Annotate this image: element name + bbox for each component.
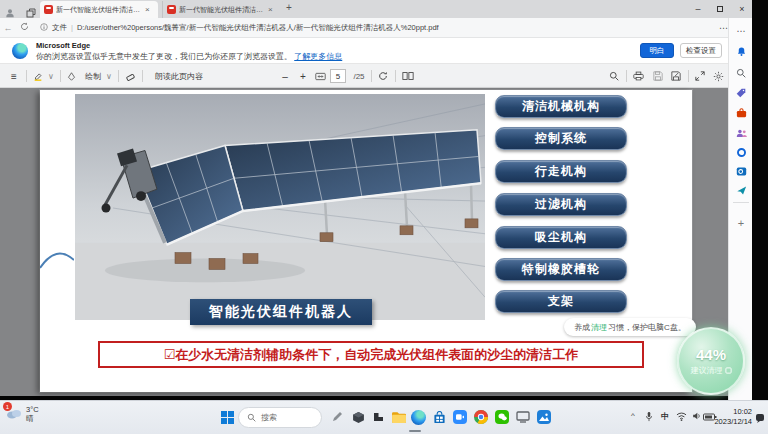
settings-gear-icon[interactable] <box>710 64 726 88</box>
print-icon[interactable] <box>630 64 646 88</box>
component-button: 过滤机构 <box>495 193 627 216</box>
pdf-file-icon <box>44 5 53 14</box>
browser-tab-bar: 新一代智能光伏组件清洁机器人 × 新一代智能光伏组件清洁机器人 × + – × <box>0 0 752 18</box>
sidebar-search-icon[interactable] <box>729 64 753 82</box>
eraser-icon[interactable] <box>122 64 138 88</box>
draw-caret-icon[interactable]: ∨ <box>104 64 114 88</box>
cleaner-action: 建议清理 <box>691 365 732 376</box>
docs-app-icon[interactable] <box>367 406 389 428</box>
outlook-icon[interactable] <box>729 162 753 180</box>
cube-app-icon[interactable] <box>347 406 369 428</box>
url-field[interactable]: 文件 | D:/user/other%20persons/魏菁宣/新一代智能光伏… <box>40 23 439 33</box>
fullscreen-icon[interactable] <box>692 64 708 88</box>
wechat-app-icon[interactable] <box>491 406 513 428</box>
table-of-contents-icon[interactable]: ≡ <box>6 64 22 88</box>
tab-close-icon[interactable]: × <box>145 5 150 14</box>
weather-desc: 晴 <box>26 414 34 423</box>
save-icon[interactable] <box>650 64 666 88</box>
tab-title: 新一代智能光伏组件清洁机器人 <box>179 5 265 15</box>
tools-briefcase-icon[interactable] <box>729 104 753 122</box>
cleaner-circle-widget[interactable]: 44% 建议清理 <box>677 327 745 395</box>
scheme-label: 文件 <box>52 23 67 33</box>
start-button[interactable] <box>216 406 238 428</box>
chrome-app-icon[interactable] <box>470 406 492 428</box>
ime-indicator[interactable]: 中 <box>658 411 672 422</box>
page-number-input[interactable] <box>330 69 346 83</box>
tab-close-icon[interactable]: × <box>268 5 273 14</box>
refresh-icon[interactable] <box>16 22 32 33</box>
save-as-icon[interactable] <box>668 64 684 88</box>
microphone-tray-icon[interactable] <box>642 411 656 422</box>
read-aloud-button[interactable]: 朗读此页内容 <box>148 64 210 88</box>
people-icon[interactable] <box>729 124 753 142</box>
photos-app-icon[interactable] <box>533 406 555 428</box>
pdf-file-icon <box>167 5 176 14</box>
search-placeholder: 搜索 <box>261 412 277 423</box>
taskbar-search-box[interactable]: 搜索 <box>238 407 322 428</box>
back-icon[interactable]: ← <box>0 23 16 33</box>
new-tab-button[interactable]: + <box>286 2 292 13</box>
rotate-icon[interactable] <box>375 64 391 88</box>
pdf-toolbar: ≡ ∨ 绘制 ∨ 朗读此页内容 – + /25 <box>0 64 752 88</box>
search-icon[interactable] <box>606 64 622 88</box>
pdf-viewport[interactable]: 清洁机械机构 控制系统 行走机构 过滤机构 吸尘机构 特制橡胶槽轮 支架 智能光… <box>0 88 728 396</box>
edge-active-indicator <box>409 430 421 432</box>
highlighter-caret-icon[interactable]: ∨ <box>46 64 56 88</box>
solar-panel-photo <box>75 94 485 320</box>
notification-badge: 1 <box>3 402 12 411</box>
notification-center-icon[interactable] <box>754 413 766 423</box>
component-button: 控制系统 <box>495 127 627 150</box>
info-icon[interactable] <box>40 23 48 33</box>
shopping-tag-icon[interactable] <box>729 84 753 102</box>
weather-widget[interactable]: 1 3°C 晴 <box>6 405 39 423</box>
highlight-text-box: ☑在少水无清洁剂辅助条件下，自动完成光伏组件表面的沙尘的清洁工作 <box>98 341 644 368</box>
settings-restored-notification: Microsoft Edge 你的浏览器设置似乎无意中发生了更改，我们已为你还原… <box>0 38 752 64</box>
file-explorer-icon[interactable] <box>387 406 409 428</box>
meeting-app-icon[interactable] <box>449 406 471 428</box>
taskbar-clock[interactable]: 10:02 2023/12/14 <box>712 407 752 427</box>
page-view-icon[interactable] <box>399 64 417 88</box>
check-settings-button[interactable]: 检查设置 <box>680 43 722 58</box>
window-maximize-button[interactable] <box>710 0 730 18</box>
store-app-icon[interactable] <box>428 406 450 428</box>
snip-pen-app-icon[interactable] <box>326 406 348 428</box>
browser-menu-icon[interactable]: ⋯ <box>719 23 728 33</box>
component-button: 支架 <box>495 290 627 313</box>
url-separator: | <box>71 23 73 32</box>
screen-share-app-icon[interactable] <box>512 406 534 428</box>
copilot-ring-icon[interactable] <box>729 143 753 161</box>
zoom-in-icon[interactable]: + <box>296 64 310 88</box>
window-minimize-button[interactable]: – <box>688 0 708 18</box>
tab-2[interactable]: 新一代智能光伏组件清洁机器人 × <box>162 1 280 18</box>
drop-icon[interactable] <box>729 181 753 199</box>
notification-app-name: Microsoft Edge <box>36 41 90 50</box>
got-it-button[interactable]: 明白 <box>640 43 674 58</box>
cleaner-percent: 44% <box>696 346 726 363</box>
slide-page: 清洁机械机构 控制系统 行走机构 过滤机构 吸尘机构 特制橡胶槽轮 支架 智能光… <box>40 90 692 392</box>
sidebar-more-icon[interactable]: ⋯ <box>729 22 753 40</box>
edge-logo-icon <box>12 43 28 59</box>
component-button: 清洁机械机构 <box>495 95 627 118</box>
draw-nib-icon[interactable] <box>64 64 78 88</box>
learn-more-link[interactable]: 了解更多信息 <box>294 52 342 61</box>
tab-title: 新一代智能光伏组件清洁机器人 <box>56 5 142 15</box>
page-total-label: /25 <box>349 64 369 88</box>
notification-message: 你的浏览器设置似乎无意中发生了更改，我们已为你还原了浏览器设置。 了解更多信息 <box>36 51 342 62</box>
tray-expand-caret-icon[interactable]: ^ <box>626 411 640 420</box>
zoom-out-icon[interactable]: – <box>278 64 292 88</box>
highlighter-icon[interactable] <box>30 64 46 88</box>
fit-to-width-icon[interactable] <box>312 64 328 88</box>
tab-1[interactable]: 新一代智能光伏组件清洁机器人 × <box>40 1 158 18</box>
component-button: 特制橡胶槽轮 <box>495 258 627 281</box>
volume-tray-icon[interactable] <box>689 411 703 421</box>
sidebar-add-icon[interactable]: + <box>729 214 753 232</box>
weather-temp: 3°C <box>26 405 39 414</box>
draw-label[interactable]: 绘制 <box>80 64 106 88</box>
notification-bell-icon[interactable] <box>729 42 753 60</box>
slide-swoosh-decoration <box>40 242 74 276</box>
screen: 新一代智能光伏组件清洁机器人 × 新一代智能光伏组件清洁机器人 × + – × … <box>0 0 768 434</box>
edge-app-icon[interactable] <box>407 406 429 428</box>
window-close-button[interactable]: × <box>732 0 752 18</box>
wifi-tray-icon[interactable] <box>674 411 688 421</box>
clock-date: 2023/12/14 <box>714 417 752 426</box>
